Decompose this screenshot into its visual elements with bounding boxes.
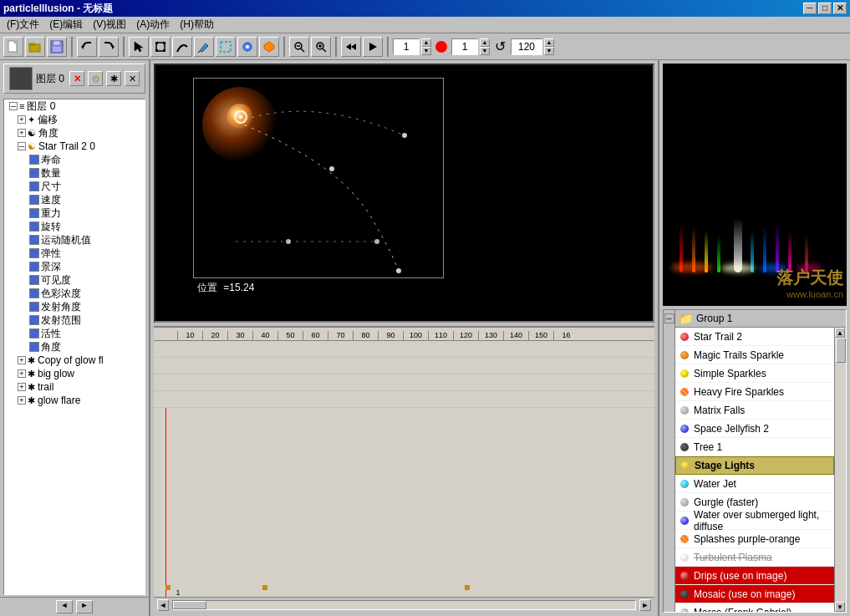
tree-item-param-10[interactable]: 色彩浓度 [4,287,145,300]
tool-select[interactable] [216,37,236,57]
tree-item-param-7[interactable]: 弹性 [4,247,145,260]
close-button[interactable]: ✕ [833,3,847,14]
frame-length-input[interactable] [511,38,542,55]
spin-down-end[interactable]: ▼ [480,47,490,55]
transport-play[interactable] [363,37,383,57]
tree-item-offset[interactable]: + ✦ 偏移 [4,113,145,126]
tool-transform[interactable] [150,37,171,57]
canvas-area[interactable]: 位置 =15.24 [154,64,654,323]
tl-scroll-right[interactable]: ► [639,599,651,611]
frame-current-input[interactable] [393,38,420,55]
frame-end-input[interactable] [451,38,478,55]
spin-up[interactable]: ▲ [421,38,431,47]
layer-btn-star[interactable]: ✱ [106,71,121,86]
emitter-item-11[interactable]: Splashes purple-orange [675,530,834,548]
tree-item-param-13[interactable]: 活性 [4,327,145,340]
panel-nav-right[interactable]: ► [76,600,93,613]
tool-special2[interactable] [259,37,279,57]
frame-current-spin[interactable]: ▲ ▼ [421,38,431,55]
tree-item-param-4[interactable]: 重力 [4,206,145,220]
tl-scrollbar-track[interactable] [172,600,636,610]
frame-length-spin[interactable]: ▲ ▼ [544,38,554,55]
tree-expand-big-glow[interactable]: + [18,369,26,378]
tree-item-glow-flare[interactable]: + ✱ glow flare [4,394,145,407]
tree-item-param-1[interactable]: 数量 [4,166,145,180]
spin-up-len[interactable]: ▲ [544,38,554,47]
tree-item-param-9[interactable]: 可见度 [4,273,145,287]
spin-down-len[interactable]: ▼ [544,47,554,55]
tree-expand-glow-flare[interactable]: + [18,396,26,405]
tl-scroll-thumb[interactable] [173,601,206,609]
emitter-item-7[interactable]: Stage Lights [675,456,834,475]
tool-path[interactable] [172,37,192,57]
tree-item-param-6[interactable]: 运动随机值 [4,233,145,247]
tree-item-layer[interactable]: ─ ≡ 图层 0 [4,99,145,113]
emitter-item-5[interactable]: Space Jellyfish 2 [675,420,834,438]
emitter-item-8[interactable]: Water Jet [675,475,834,493]
emitter-item-4[interactable]: Matrix Falls [675,401,834,420]
emitter-item-2[interactable]: Simple Sparkles [675,364,834,383]
tree-expand-startrail[interactable]: ─ [18,142,26,150]
tool-new[interactable] [3,37,23,57]
scrollbar-thumb[interactable] [836,338,846,363]
tree-view[interactable]: ─ ≡ 图层 0 + ✦ 偏移 + ☯ 角度 ─ ☯ [3,99,145,595]
menu-action[interactable]: (A)动作 [131,16,175,33]
tool-save[interactable] [47,37,67,57]
layer-btn-dot[interactable]: ⊙ [88,71,103,86]
scrollbar-track[interactable] [835,338,846,602]
menu-file[interactable]: (F)文件 [2,16,44,33]
tool-pen[interactable] [194,37,214,57]
emitter-item-12[interactable]: Turbulent Plasma [675,548,834,567]
emitter-list-scroll[interactable]: Star Trail 2 Magic Trails Sparkle Simple… [675,328,834,612]
tool-undo[interactable] [77,37,97,57]
layer-btn-x[interactable]: ✕ [69,71,84,86]
maximize-button[interactable]: □ [818,3,832,14]
tree-item-param-14[interactable]: 角度 [4,340,145,354]
emitter-item-10[interactable]: Water over submerged light, diffuse [675,512,834,530]
tool-zoom-out[interactable] [289,37,309,57]
tree-item-param-0[interactable]: 寿命 [4,153,145,166]
tool-special1[interactable] [237,37,257,57]
transport-rewind[interactable] [341,37,361,57]
tree-item-param-2[interactable]: 尺寸 [4,180,145,193]
tool-redo[interactable] [99,37,119,57]
minimize-button[interactable]: ─ [803,3,817,14]
layer-btn-minus[interactable]: ✕ [125,71,140,86]
emitter-item-0[interactable]: Star Trail 2 [675,328,834,346]
tree-item-copy-glow[interactable]: + ✱ Copy of glow fl [4,354,145,367]
list-collapse-btn[interactable]: ─ [664,313,674,323]
emitter-item-3[interactable]: Heavy Fire Sparkles [675,383,834,401]
tree-expand-offset[interactable]: + [18,115,26,124]
tree-item-param-8[interactable]: 景深 [4,260,145,273]
tree-expand-copy-glow[interactable]: + [18,356,26,364]
tree-item-param-12[interactable]: 发射范围 [4,313,145,327]
tool-open[interactable] [25,37,45,57]
menu-view[interactable]: (V)视图 [88,16,131,33]
tree-item-startrail[interactable]: ─ ☯ Star Trail 2 0 [4,140,145,153]
tree-item-param-3[interactable]: 速度 [4,193,145,206]
tree-expand-angle[interactable]: + [18,129,26,137]
tree-item-angle[interactable]: + ☯ 角度 [4,126,145,140]
menu-help[interactable]: (H)帮助 [175,16,219,33]
emitter-item-15[interactable]: Mares (Frank Gabriel) [675,603,834,612]
scrollbar-down-btn[interactable]: ▼ [835,602,845,612]
frame-end-spin[interactable]: ▲ ▼ [480,38,490,55]
emitter-item-1[interactable]: Magic Trails Sparkle [675,346,834,364]
emitter-item-13[interactable]: Drips (use on image) [675,567,834,585]
menu-edit[interactable]: (E)编辑 [44,16,88,33]
scrollbar-up-btn[interactable]: ▲ [835,328,845,338]
tool-pointer[interactable] [129,37,149,57]
spin-down[interactable]: ▼ [421,47,431,55]
tree-item-param-5[interactable]: 旋转 [4,220,145,233]
tree-item-param-11[interactable]: 发射角度 [4,300,145,313]
tl-scroll-left[interactable]: ◄ [157,599,169,611]
tree-expand-trail[interactable]: + [18,383,26,391]
tool-zoom-in[interactable] [311,37,331,57]
tree-item-big-glow[interactable]: + ✱ big glow [4,367,145,380]
tree-expand-layer[interactable]: ─ [9,102,18,110]
emitter-item-14[interactable]: Mosaic (use on image) [675,585,834,603]
spin-up-end[interactable]: ▲ [480,38,490,47]
panel-nav-left[interactable]: ◄ [56,600,73,613]
emitter-item-6[interactable]: Tree 1 [675,438,834,456]
tree-item-trail[interactable]: + ✱ trail [4,380,145,394]
